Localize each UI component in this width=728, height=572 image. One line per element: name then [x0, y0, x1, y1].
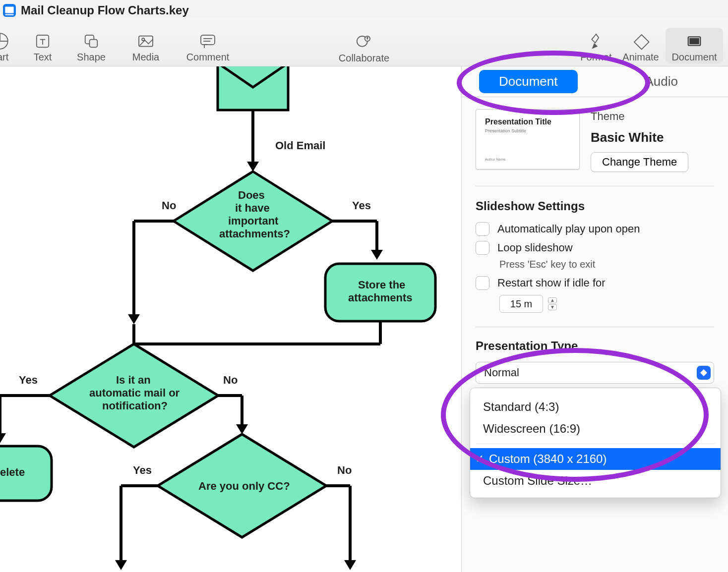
loop-label: Loop slideshow: [497, 241, 573, 254]
fc-q1-l1: Does: [238, 189, 265, 202]
theme-name: Basic White: [591, 130, 688, 145]
fc-yes2: Yes: [19, 374, 38, 387]
svg-marker-16: [247, 162, 259, 172]
svg-marker-44: [700, 373, 707, 376]
thumb-footer: Author Name: [485, 158, 570, 161]
toolbar-format-label: Format: [580, 52, 611, 63]
slide-size-widescreen[interactable]: Widescreen (16:9): [470, 418, 721, 440]
slideshow-settings-heading: Slideshow Settings: [476, 199, 714, 213]
svg-rect-1: [5, 14, 13, 15]
fc-q1-l2: it have: [235, 202, 270, 215]
svg-marker-43: [700, 369, 707, 373]
inspector-panel: Document Audio Presentation Title Presen…: [461, 66, 728, 572]
presentation-type-heading: Presentation Type: [476, 339, 714, 353]
check-icon: ✓: [475, 453, 484, 465]
svg-marker-31: [0, 433, 6, 443]
chevron-updown-icon: [697, 366, 711, 380]
toolbar-chart-label: hart: [0, 52, 8, 63]
svg-rect-5: [90, 40, 98, 48]
slide-size-popup: Standard (4:3) Widescreen (16:9) ✓ Custo…: [470, 388, 721, 498]
inspector-tab-audio[interactable]: Audio: [595, 66, 728, 97]
fc-yes1: Yes: [352, 199, 371, 212]
toolbar-text[interactable]: Text: [29, 31, 57, 64]
svg-marker-23: [371, 250, 383, 260]
toolbar-shape[interactable]: Shape: [71, 31, 111, 64]
toolbar-media[interactable]: Media: [126, 31, 166, 64]
window-titlebar: Mail Cleanup Flow Charts.key: [0, 0, 728, 19]
fc-yes3: Yes: [133, 464, 152, 477]
svg-rect-13: [690, 39, 699, 44]
toolbar-document[interactable]: Document: [666, 28, 723, 64]
fc-store-l1: Store the: [358, 279, 405, 291]
restart-idle-label: Restart show if idle for: [497, 277, 606, 289]
change-theme-button[interactable]: Change Theme: [591, 152, 688, 172]
slide-size-standard[interactable]: Standard (4:3): [470, 396, 721, 418]
fc-q1-l4: attachments?: [219, 228, 290, 240]
toolbar-collaborate[interactable]: Collaborate: [339, 32, 389, 64]
thumb-title: Presentation Title: [485, 117, 570, 126]
toolbar-chart[interactable]: hart: [0, 31, 14, 64]
svg-rect-11: [634, 35, 649, 50]
fc-q1-l3: important: [228, 215, 278, 228]
svg-rect-0: [5, 6, 13, 13]
fc-old-email: Old Email: [275, 139, 325, 152]
inspector-tabs: Document Audio: [462, 66, 728, 97]
theme-label: Theme: [591, 110, 688, 123]
toolbar-animate-label: Animate: [622, 52, 659, 63]
toolbar-media-label: Media: [132, 52, 159, 63]
fc-q2-l3: notification?: [102, 400, 168, 412]
slide-size-custom-label: Custom (3840 x 2160): [489, 452, 607, 466]
slide-canvas[interactable]: Old Email Does it have important attachm…: [0, 66, 461, 572]
toolbar-animate[interactable]: Animate: [621, 31, 661, 64]
toolbar-comment-label: Comment: [186, 52, 230, 63]
theme-section: Presentation Title Presentation Subtitle…: [476, 109, 714, 186]
toolbar-shape-label: Shape: [77, 52, 106, 63]
presentation-type-value: Normal: [484, 366, 519, 379]
theme-thumbnail[interactable]: Presentation Title Presentation Subtitle…: [476, 109, 580, 170]
restart-idle-checkbox[interactable]: [476, 276, 489, 290]
fc-delete: elete: [0, 466, 25, 479]
toolbar-document-label: Document: [671, 52, 717, 63]
toolbar-text-label: Text: [34, 52, 52, 63]
loop-note: Press 'Esc' key to exit: [499, 259, 714, 270]
auto-play-checkbox[interactable]: [476, 222, 489, 236]
inspector-tab-document-btn[interactable]: Document: [479, 70, 578, 93]
toolbar-format[interactable]: Format: [576, 31, 616, 64]
fc-no3: No: [337, 464, 352, 477]
fc-q3: Are you only CC?: [198, 480, 290, 493]
idle-stepper[interactable]: ▲▼: [548, 295, 559, 313]
toolbar-collaborate-label: Collaborate: [339, 53, 389, 64]
slide-size-custom-selected[interactable]: ✓ Custom (3840 x 2160): [470, 448, 721, 470]
svg-point-7: [142, 38, 144, 41]
inspector-tab-document[interactable]: Document: [462, 66, 595, 97]
svg-marker-42: [344, 560, 356, 570]
presentation-type-select[interactable]: Normal: [476, 362, 714, 384]
toolbar: hart Text Shape Media Comment Collaborat…: [0, 19, 728, 66]
fc-store-l2: attachments: [348, 291, 413, 304]
loop-checkbox[interactable]: [476, 241, 489, 255]
app-icon: [3, 4, 16, 17]
fc-q2-l1: Is it an: [116, 374, 151, 387]
toolbar-comment[interactable]: Comment: [181, 31, 235, 64]
thumb-subtitle: Presentation Subtitle: [485, 128, 570, 133]
svg-marker-20: [128, 314, 140, 324]
fc-q2-l2: automatic mail or: [89, 387, 180, 400]
auto-play-label: Automatically play upon open: [497, 223, 640, 235]
idle-value-field[interactable]: 15 m: [499, 295, 543, 313]
svg-marker-39: [115, 560, 127, 570]
document-title: Mail Cleanup Flow Charts.key: [21, 3, 189, 17]
fc-no2: No: [223, 374, 238, 387]
svg-rect-8: [201, 35, 215, 45]
svg-marker-35: [236, 424, 248, 434]
slide-size-custom-dialog[interactable]: Custom Slide Size…: [470, 470, 721, 492]
fc-no1: No: [162, 199, 176, 212]
